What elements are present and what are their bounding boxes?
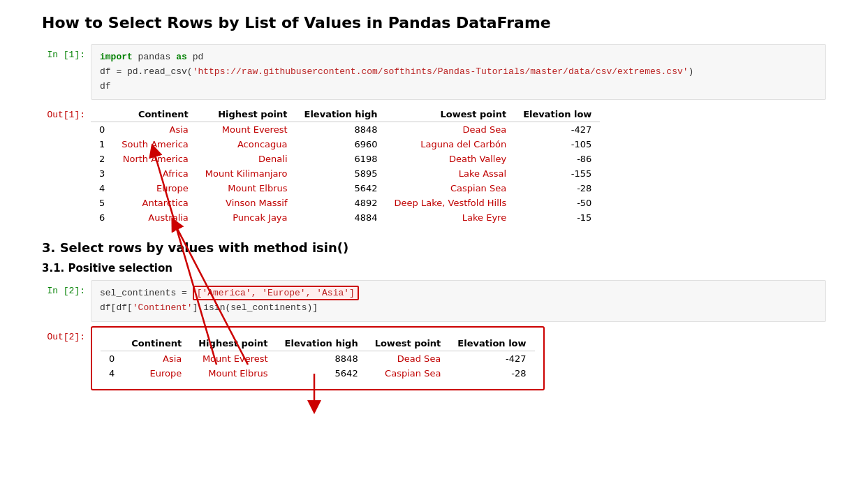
table-cell: 4884 bbox=[296, 210, 386, 225]
import-keyword: import bbox=[100, 52, 133, 62]
table-row: 4EuropeMount Elbrus5642Caspian Sea-28 bbox=[101, 366, 535, 381]
section-3: 3. Select rows by values with method isi… bbox=[42, 240, 826, 274]
csv-url: 'https://raw.githubusercontent.com/softh… bbox=[193, 66, 689, 77]
cell-2-code: sel_continents = ['America', 'Europe', '… bbox=[91, 280, 826, 322]
table-cell: -155 bbox=[515, 166, 600, 181]
table-cell: Mount Everest bbox=[197, 122, 296, 138]
cell-1: In [1]: import pandas as pd df = pd.read… bbox=[42, 44, 826, 100]
table-cell: Caspian Sea bbox=[367, 366, 450, 381]
table-cell: 0 bbox=[101, 351, 123, 366]
col2-elevation-low: Elevation low bbox=[449, 336, 534, 351]
col-elevation-low: Elevation low bbox=[515, 107, 600, 122]
table-cell: Africa bbox=[113, 166, 197, 181]
out-2-table-container: Continent Highest point Elevation high L… bbox=[91, 326, 826, 393]
cell-1-label: In [1]: bbox=[42, 44, 91, 60]
cell-2: In [2]: sel_continents = ['America', 'Eu… bbox=[42, 280, 826, 322]
col-index bbox=[91, 107, 113, 122]
col2-continent: Continent bbox=[123, 336, 190, 351]
col-highest-point: Highest point bbox=[197, 107, 296, 122]
table-cell: Australia bbox=[113, 210, 197, 225]
table-cell: -427 bbox=[449, 351, 534, 366]
table-cell: Asia bbox=[123, 351, 190, 366]
table-cell: -105 bbox=[515, 137, 600, 152]
table-cell: Aconcagua bbox=[197, 137, 296, 152]
table-row: 0AsiaMount Everest8848Dead Sea-427 bbox=[91, 122, 600, 138]
table-cell: Lake Assal bbox=[386, 166, 515, 181]
table-row: 6AustraliaPuncak Jaya4884Lake Eyre-15 bbox=[91, 210, 600, 225]
table-cell: 4892 bbox=[296, 196, 386, 210]
page-container: How to Select Rows by List of Values in … bbox=[0, 0, 868, 491]
table-cell: Denali bbox=[197, 152, 296, 166]
table-row: 5AntarcticaVinson Massif4892Deep Lake, V… bbox=[91, 196, 600, 210]
col2-elevation-high: Elevation high bbox=[277, 336, 367, 351]
table-cell: Lake Eyre bbox=[386, 210, 515, 225]
table-cell: 5642 bbox=[296, 181, 386, 196]
table-cell: -28 bbox=[449, 366, 534, 381]
section-31-heading: 3.1. Positive selection bbox=[42, 262, 826, 274]
out-2: Out[2]: Continent Highest point Elevatio… bbox=[42, 326, 826, 393]
table-cell: 5895 bbox=[296, 166, 386, 181]
table-cell: 8848 bbox=[277, 351, 367, 366]
table-cell: Caspian Sea bbox=[386, 181, 515, 196]
table-row: 4EuropeMount Elbrus5642Caspian Sea-28 bbox=[91, 181, 600, 196]
out-2-table: Continent Highest point Elevation high L… bbox=[101, 336, 535, 381]
table-cell: 5 bbox=[91, 196, 113, 210]
table-cell: 6198 bbox=[296, 152, 386, 166]
col-continent: Continent bbox=[113, 107, 197, 122]
col2-highest-point: Highest point bbox=[190, 336, 276, 351]
table-cell: Deep Lake, Vestfold Hills bbox=[386, 196, 515, 210]
section-3-heading: 3. Select rows by values with method isi… bbox=[42, 240, 826, 255]
out-1-label: Out[1]: bbox=[42, 104, 91, 120]
table-cell: 1 bbox=[91, 137, 113, 152]
out-2-box: Continent Highest point Elevation high L… bbox=[91, 326, 545, 390]
table-cell: Dead Sea bbox=[367, 351, 450, 366]
table-row: 3AfricaMount Kilimanjaro5895Lake Assal-1… bbox=[91, 166, 600, 181]
table-row: 0AsiaMount Everest8848Dead Sea-427 bbox=[101, 351, 535, 366]
table-cell: 8848 bbox=[296, 122, 386, 138]
table-cell: Mount Elbrus bbox=[197, 181, 296, 196]
table-cell: -15 bbox=[515, 210, 600, 225]
table-cell: Vinson Massif bbox=[197, 196, 296, 210]
table-cell: -86 bbox=[515, 152, 600, 166]
cell-2-label: In [2]: bbox=[42, 280, 91, 296]
table-cell: -28 bbox=[515, 181, 600, 196]
table-cell: 6960 bbox=[296, 137, 386, 152]
table-cell: 2 bbox=[91, 152, 113, 166]
table-cell: Laguna del Carbón bbox=[386, 137, 515, 152]
table-cell: Europe bbox=[123, 366, 190, 381]
table-cell: 4 bbox=[101, 366, 123, 381]
table-cell: Asia bbox=[113, 122, 197, 138]
list-value: ['America', 'Europe', 'Asia'] bbox=[193, 286, 359, 300]
cell-1-code: import pandas as pd df = pd.read_csv('ht… bbox=[91, 44, 826, 100]
table-row: 1South AmericaAconcagua6960Laguna del Ca… bbox=[91, 137, 600, 152]
table-cell: South America bbox=[113, 137, 197, 152]
table-cell: 6 bbox=[91, 210, 113, 225]
table-cell: Dead Sea bbox=[386, 122, 515, 138]
table-cell: Mount Everest bbox=[190, 351, 276, 366]
table-cell: -50 bbox=[515, 196, 600, 210]
table-cell: 0 bbox=[91, 122, 113, 138]
table-cell: Mount Elbrus bbox=[190, 366, 276, 381]
table-cell: 3 bbox=[91, 166, 113, 181]
col2-lowest-point: Lowest point bbox=[367, 336, 450, 351]
table-cell: 4 bbox=[91, 181, 113, 196]
out-2-label: Out[2]: bbox=[42, 326, 91, 342]
page-title: How to Select Rows by List of Values in … bbox=[42, 14, 826, 31]
as-keyword: as bbox=[176, 52, 187, 62]
col2-index bbox=[101, 336, 123, 351]
out-1: Out[1]: Continent Highest point Elevatio… bbox=[42, 104, 826, 228]
table-cell: 5642 bbox=[277, 366, 367, 381]
table-cell: Europe bbox=[113, 181, 197, 196]
table-cell: Death Valley bbox=[386, 152, 515, 166]
table-cell: Puncak Jaya bbox=[197, 210, 296, 225]
table-cell: Antarctica bbox=[113, 196, 197, 210]
out-1-table-container: Continent Highest point Elevation high L… bbox=[91, 104, 826, 228]
table-cell: Mount Kilimanjaro bbox=[197, 166, 296, 181]
table-cell: North America bbox=[113, 152, 197, 166]
out-1-table: Continent Highest point Elevation high L… bbox=[91, 107, 600, 225]
table-cell: -427 bbox=[515, 122, 600, 138]
table-row: 2North AmericaDenali6198Death Valley-86 bbox=[91, 152, 600, 166]
col-lowest-point: Lowest point bbox=[386, 107, 515, 122]
col-elevation-high: Elevation high bbox=[296, 107, 386, 122]
continent-key: 'Continent' bbox=[133, 302, 193, 313]
